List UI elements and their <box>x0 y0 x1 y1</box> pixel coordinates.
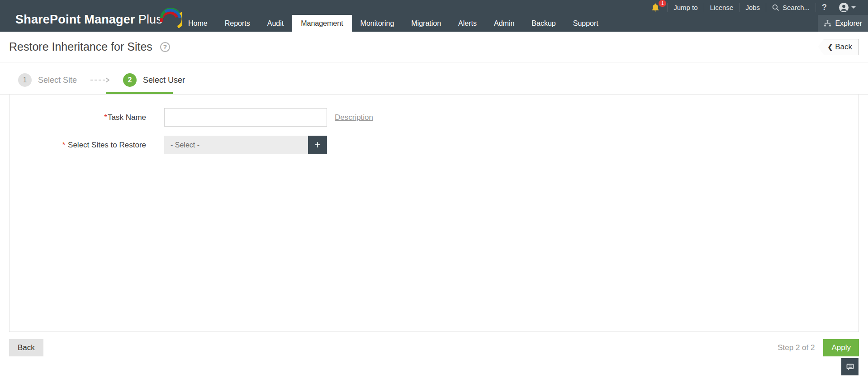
feedback-chat-icon <box>845 362 855 372</box>
sitemap-icon <box>824 19 831 27</box>
step-connector <box>90 77 110 83</box>
step-number-badge: 1 <box>18 73 32 87</box>
task-name-input[interactable] <box>164 108 327 127</box>
explorer-button[interactable]: Explorer <box>818 15 868 32</box>
task-name-row: *Task Name Description <box>9 108 859 127</box>
help-question-mark: ? <box>822 3 827 12</box>
nav-tab-support[interactable]: Support <box>564 15 607 32</box>
task-name-label: *Task Name <box>9 113 146 122</box>
user-account-menu[interactable] <box>833 3 862 12</box>
global-search[interactable]: Search... <box>766 3 816 12</box>
nav-spacer <box>607 15 818 32</box>
help-button[interactable]: ? <box>816 3 833 12</box>
content-panel: *Task Name Description * Select Sites to… <box>9 95 859 332</box>
nav-tab-home[interactable]: Home <box>180 15 216 32</box>
dashed-arrow-icon <box>90 77 110 83</box>
page-title-bar: Restore Inheritance for Sites ? ❮ Back <box>0 32 868 62</box>
nav-tab-alerts[interactable]: Alerts <box>450 15 485 32</box>
feedback-chat-button[interactable] <box>841 358 859 375</box>
nav-tab-management[interactable]: Management <box>292 15 351 32</box>
wizard-step-select-site[interactable]: 1 Select Site <box>18 73 77 87</box>
nav-tab-reports[interactable]: Reports <box>216 15 259 32</box>
select-sites-row: * Select Sites to Restore - Select - + <box>9 136 859 154</box>
nav-tab-monitoring[interactable]: Monitoring <box>352 15 403 32</box>
jobs-menu[interactable]: Jobs <box>739 3 766 12</box>
search-icon <box>772 4 779 11</box>
nav-tab-migration[interactable]: Migration <box>403 15 450 32</box>
app-logo-text: SharePoint ManagerPlus <box>15 10 162 29</box>
back-button[interactable]: Back <box>9 339 43 356</box>
back-top-label: Back <box>835 43 852 52</box>
step-number-badge: 2 <box>123 73 137 87</box>
page-title: Restore Inheritance for Sites <box>9 40 152 53</box>
task-name-label-text: Task Name <box>108 113 146 122</box>
select-sites-label: * Select Sites to Restore <box>9 141 146 150</box>
explorer-label: Explorer <box>835 19 862 28</box>
nav-tab-backup[interactable]: Backup <box>523 15 564 32</box>
nav-tab-admin[interactable]: Admin <box>485 15 523 32</box>
wizard-footer: Back Step 2 of 2 Apply <box>0 332 868 356</box>
logo-swirl-icon <box>159 6 182 28</box>
user-avatar-icon <box>839 2 849 13</box>
chevron-left-icon: ❮ <box>827 43 833 51</box>
select-sites-dropdown[interactable]: - Select - <box>164 136 308 154</box>
apply-button[interactable]: Apply <box>823 339 859 356</box>
wizard-steps: 1 Select Site 2 Select User <box>0 62 868 95</box>
app-logo: SharePoint ManagerPlus <box>15 6 182 29</box>
step-indicator: Step 2 of 2 <box>778 343 815 352</box>
required-asterisk: * <box>104 113 107 122</box>
logo-main-text: SharePoint Manager <box>15 13 135 26</box>
required-asterisk: * <box>62 141 66 149</box>
wizard-step-select-user[interactable]: 2 Select User <box>123 73 185 87</box>
step-label: Select Site <box>38 76 77 85</box>
description-link[interactable]: Description <box>335 113 373 122</box>
notification-badge: 1 <box>659 0 666 7</box>
step-label: Select User <box>143 76 185 85</box>
question-circle-icon[interactable]: ? <box>160 42 170 52</box>
select-sites-label-text: Select Sites to Restore <box>68 141 146 149</box>
search-label: Search... <box>783 4 810 11</box>
jump-to-menu[interactable]: Jump to <box>667 3 703 12</box>
nav-tab-audit[interactable]: Audit <box>259 15 292 32</box>
app-header: SharePoint ManagerPlus 1 Jump to License… <box>0 0 868 32</box>
chevron-down-icon <box>851 6 856 9</box>
back-top-button[interactable]: ❮ Back <box>818 39 859 55</box>
add-site-button[interactable]: + <box>308 136 327 154</box>
notifications-button[interactable]: 1 <box>645 3 667 12</box>
license-menu[interactable]: License <box>704 3 740 12</box>
